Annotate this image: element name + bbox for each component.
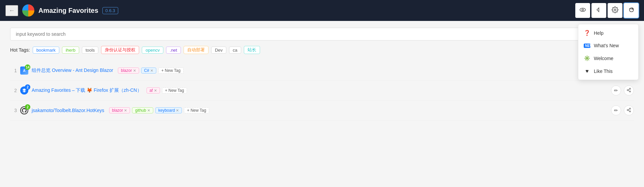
- notification-button[interactable]: [591, 3, 606, 18]
- svg-point-14: [630, 108, 631, 109]
- add-tag-btn-2[interactable]: + New Tag: [162, 87, 187, 94]
- svg-point-16: [630, 111, 631, 112]
- star-icon: ✳️: [584, 55, 590, 61]
- bookmark-item-3: 3 2 jsakamoto/Toolbelt.Blazor.HotKeys bl…: [10, 101, 634, 121]
- svg-point-9: [630, 88, 631, 89]
- bookmark-num-3: 3: [10, 108, 17, 113]
- help-label: Help: [594, 30, 604, 36]
- back-button[interactable]: ←: [5, 5, 18, 16]
- bookmark-icon-3: 2: [20, 106, 28, 114]
- tag-dotnet[interactable]: .net: [166, 47, 181, 54]
- gear-icon: [612, 6, 618, 15]
- bookmark-link-1[interactable]: 组件总览 Overview - Ant Design Blazor: [32, 68, 113, 74]
- tag-remove-icon[interactable]: ✕: [133, 69, 136, 73]
- bookmark-badge-3: 2: [25, 104, 30, 110]
- tag-dev[interactable]: Dev: [211, 47, 226, 54]
- tag-remove-icon[interactable]: ✕: [124, 108, 127, 113]
- bookmark-list: 1 A 14 组件总览 Overview - Ant Design Blazor…: [10, 61, 634, 121]
- whats-new-menu-item[interactable]: NEW What's New: [578, 39, 638, 52]
- app-title: Amazing Favorites: [38, 7, 98, 15]
- bookmark-tags-3: blazor ✕ github ✕ keyboard ✕ + New Tag: [109, 107, 210, 113]
- hot-tags-label: Hot Tags:: [10, 47, 30, 53]
- bell-icon: [595, 6, 602, 15]
- svg-point-3: [614, 9, 616, 10]
- bookmark-icon-1: A 14: [20, 66, 28, 75]
- main-content: Hot Tags: bookmark iherb tools 身份认证与授权 o…: [0, 21, 644, 187]
- svg-point-1: [582, 9, 584, 10]
- bookmark-item-1: 1 A 14 组件总览 Overview - Ant Design Blazor…: [10, 61, 634, 81]
- svg-line-18: [628, 109, 630, 109]
- app-logo: [22, 4, 34, 17]
- edit-button-3[interactable]: ✏: [611, 105, 621, 115]
- svg-point-15: [627, 109, 629, 111]
- tag-auth[interactable]: 身份认证与授权: [101, 46, 139, 54]
- eye-button[interactable]: [575, 3, 590, 18]
- bookmark-badge-1: 14: [25, 64, 30, 70]
- bookmark-link-2[interactable]: Amazing Favorites – 下载 🦊 Firefox 扩展（zh-C…: [32, 87, 142, 94]
- tag-remove-icon[interactable]: ✕: [150, 69, 153, 73]
- header-buttons: ❓ Help NEW What's New ✳️ Welcome ♥ Like …: [575, 3, 639, 18]
- tag-remove-icon[interactable]: ✕: [154, 88, 157, 93]
- edit-button-2[interactable]: ✏: [611, 85, 621, 96]
- whats-new-label: What's New: [594, 43, 619, 48]
- search-input[interactable]: [10, 28, 634, 41]
- svg-line-17: [628, 110, 630, 111]
- tag-blazor-1[interactable]: blazor ✕: [118, 68, 139, 74]
- bookmark-badge-2: 2: [25, 84, 30, 90]
- svg-point-11: [630, 91, 631, 92]
- heart-icon: ♥: [584, 68, 590, 74]
- hot-tags-bar: Hot Tags: bookmark iherb tools 身份认证与授权 o…: [10, 46, 634, 54]
- share-button-2[interactable]: [624, 85, 634, 96]
- add-tag-btn-3[interactable]: + New Tag: [184, 107, 209, 113]
- svg-line-12: [628, 90, 630, 91]
- tag-bookmark[interactable]: bookmark: [33, 47, 59, 54]
- tag-remove-icon[interactable]: ✕: [176, 108, 179, 113]
- share-icon: [626, 108, 631, 113]
- tag-csharp-1[interactable]: C# ✕: [141, 68, 156, 74]
- tag-github-3[interactable]: github ✕: [132, 107, 153, 113]
- eye-icon: [579, 6, 586, 15]
- welcome-menu-item[interactable]: ✳️ Welcome: [578, 52, 638, 65]
- settings-button[interactable]: [608, 3, 622, 18]
- hand-icon: [628, 6, 635, 15]
- svg-point-10: [627, 89, 629, 91]
- svg-marker-2: [597, 8, 599, 12]
- tag-remove-icon[interactable]: ✕: [147, 108, 150, 113]
- welcome-label: Welcome: [594, 56, 613, 61]
- share-button-3[interactable]: [624, 105, 634, 115]
- bookmark-num-2: 2: [10, 88, 17, 93]
- bookmark-actions-2: ✏: [611, 85, 634, 96]
- svg-point-0: [580, 8, 586, 11]
- bookmark-tags-2: af ✕ + New Tag: [147, 87, 187, 94]
- question-icon: ❓: [584, 30, 590, 36]
- user-button[interactable]: [624, 3, 639, 18]
- bookmark-actions-3: ✏: [611, 105, 634, 115]
- like-this-label: Like This: [594, 69, 613, 74]
- bookmark-tags-1: blazor ✕ C# ✕ + New Tag: [118, 68, 184, 74]
- add-tag-btn-1[interactable]: + New Tag: [158, 68, 184, 74]
- header: ← Amazing Favorites 0.6.3: [0, 0, 644, 21]
- tag-blazor-3[interactable]: blazor ✕: [109, 107, 130, 113]
- bookmark-item-2: 2 2 Amazing Favorites – 下载 🦊 Firefox 扩展（…: [10, 81, 634, 101]
- pencil-icon: ✏: [614, 108, 618, 113]
- share-icon: [626, 88, 631, 94]
- tag-af-2[interactable]: af ✕: [147, 87, 160, 94]
- tag-iherb[interactable]: iherb: [62, 47, 79, 54]
- new-icon: NEW: [584, 44, 590, 48]
- bookmark-link-3[interactable]: jsakamoto/Toolbelt.Blazor.HotKeys: [32, 108, 104, 113]
- bookmark-icon-2: 2: [20, 86, 28, 95]
- tag-ca[interactable]: ca: [229, 47, 241, 54]
- tag-tools[interactable]: tools: [82, 47, 98, 54]
- version-badge: 0.6.3: [102, 7, 118, 14]
- tag-webmaster[interactable]: 站长: [244, 46, 260, 54]
- dropdown-menu: ❓ Help NEW What's New ✳️ Welcome ♥ Like …: [578, 24, 639, 80]
- like-this-menu-item[interactable]: ♥ Like This: [578, 65, 638, 78]
- tag-keyboard-3[interactable]: keyboard ✕: [155, 107, 182, 113]
- svg-line-13: [628, 89, 630, 89]
- tag-autodeploy[interactable]: 自动部署: [184, 46, 208, 54]
- bookmark-num-1: 1: [10, 68, 17, 73]
- pencil-icon: ✏: [614, 88, 618, 93]
- help-menu-item[interactable]: ❓ Help: [578, 26, 638, 39]
- tag-opencv[interactable]: opencv: [142, 47, 163, 54]
